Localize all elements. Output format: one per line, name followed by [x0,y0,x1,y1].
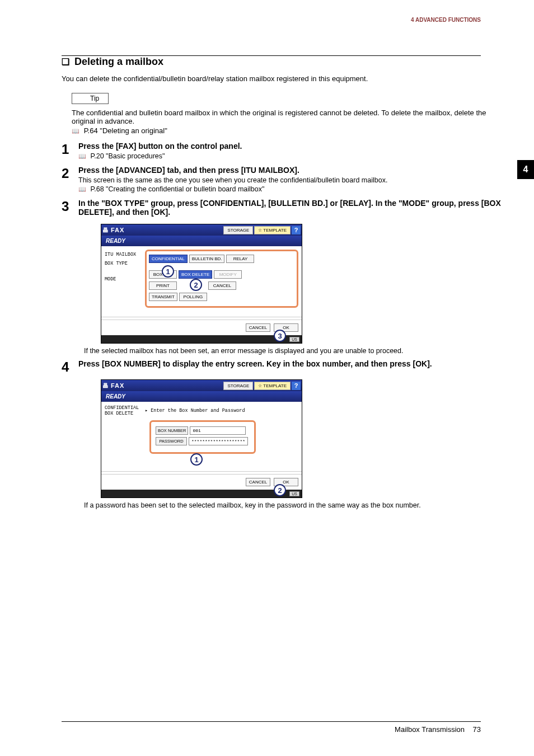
help-button[interactable]: ? [292,226,301,234]
step-4-note: If a password has been set to the select… [84,501,506,509]
step-1-ref: P.20 "Basic procedures" [78,152,506,160]
step-3-note: If the selected mailbox has not been set… [84,347,506,355]
relay-button[interactable]: RELAY [226,255,254,263]
callout-3: 3 [274,330,286,342]
book-icon [78,152,88,160]
tip-label-box: Tip [72,93,109,104]
fax-window-title: FAX [109,382,222,389]
section-intro: You can delete the confidential/bulletin… [62,74,506,83]
section-title-text: Deleting a mailbox [74,56,163,67]
tip-ref: P.64 "Deleting an original" [72,126,506,135]
bullet-square-icon: ❏ [62,57,69,67]
callout-1: 1 [190,453,203,466]
highlight-box: CONFIDENTIAL BULLETIN BD. RELAY BOX SET … [145,250,298,308]
template-button[interactable]: ☆TEMPLATE [254,226,291,234]
step-2-sub: This screen is the same as the one you s… [78,176,506,184]
box-delete-button[interactable]: BOX DELETE [179,270,212,279]
fax-window-title: FAX [109,227,222,233]
fax-icon: 🖶 [102,382,109,389]
label-box-delete: BOX DELETE [105,411,145,416]
cancel-mode-button[interactable]: CANCEL [208,281,236,290]
tip-ref-text: P.64 "Deleting an original" [84,126,167,135]
label-box-type: BOX TYPE [105,261,145,266]
status-us: US [289,337,299,342]
step-1-title: Press the [FAX] button on the control pa… [78,142,506,151]
label-confidential: CONFIDENTIAL [105,405,145,411]
template-button[interactable]: ☆TEMPLATE [254,382,291,390]
status-bar: 2 US [101,490,302,497]
storage-button[interactable]: STORAGE [223,382,253,390]
footer-page-number: 73 [473,725,481,734]
confidential-button[interactable]: CONFIDENTIAL [149,255,188,263]
step-number: 4 [62,359,78,374]
step-number: 2 [62,166,78,193]
storage-button[interactable]: STORAGE [223,226,253,234]
password-button[interactable]: PASSWORD [156,437,187,445]
print-button[interactable]: PRINT [149,281,177,290]
book-icon [72,126,82,135]
tip-text: The confidential and bulletin board mail… [72,109,506,125]
step-4-title: Press [BOX NUMBER] to display the entry … [78,359,506,368]
step-4: 4 Press [BOX NUMBER] to display the entr… [62,359,506,374]
callout-1: 1 [162,265,174,278]
step-2-title: Press the [ADVANCED] tab, and then press… [78,166,506,175]
bulletin-bd-button[interactable]: BULLETIN BD. [189,255,225,263]
step-1: 1 Press the [FAX] button on the control … [62,142,506,160]
section-title: ❏ Deleting a mailbox [62,56,506,68]
ready-status: READY [101,391,302,402]
step-number: 3 [62,199,78,218]
footer-section: Mailbox Transmission [395,725,465,734]
cancel-button[interactable]: CANCEL [246,323,270,332]
step-3-title: In the "BOX TYPE" group, press [CONFIDEN… [78,199,506,217]
status-bar: 3 US [101,335,302,343]
label-mode: MODE [105,276,145,282]
prompt-text: Enter the Box Number and Password [145,405,298,420]
screenshot-box-number: 🖶 FAX STORAGE ☆TEMPLATE ? READY CONFIDEN… [101,379,302,498]
star-icon: ☆ [258,228,262,233]
screenshot-itu-mailbox: 🖶 FAX STORAGE ☆TEMPLATE ? READY ITU MAIL… [101,224,302,344]
cancel-button[interactable]: CANCEL [246,478,270,486]
box-number-button[interactable]: BOX NUMBER [156,426,188,435]
fax-icon: 🖶 [102,227,109,233]
step-2: 2 Press the [ADVANCED] tab, and then pre… [62,166,506,193]
highlight-box: 1 BOX NUMBER 001 PASSWORD **************… [149,420,256,454]
label-itu-mailbox: ITU MAILBOX [105,252,145,257]
step-3: 3 In the "BOX TYPE" group, press [CONFID… [62,199,506,218]
transmit-button[interactable]: TRANSMIT [149,293,177,301]
modify-button[interactable]: MODIFY [214,270,242,279]
running-header: 4 ADVANCED FUNCTIONS [62,17,506,27]
star-icon: ☆ [258,383,262,388]
polling-button[interactable]: POLLING [179,293,207,301]
ready-status: READY [101,236,302,246]
password-field[interactable]: ******************** [189,437,248,445]
box-number-field[interactable]: 001 [190,426,246,435]
callout-2: 2 [190,279,202,291]
step-number: 1 [62,142,78,160]
callout-2: 2 [274,484,286,496]
step-2-ref: P.68 "Creating the confidential or bulle… [78,185,506,193]
help-button[interactable]: ? [292,382,301,390]
page-footer: Mailbox Transmission 73 [62,721,481,734]
status-us: US [289,491,299,496]
book-icon [78,185,88,193]
